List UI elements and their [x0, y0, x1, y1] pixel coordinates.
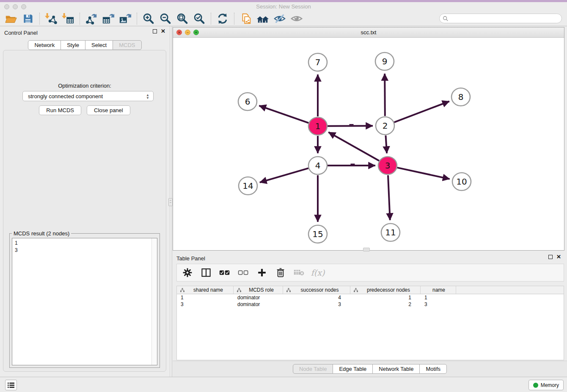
graph-edge-1-6[interactable] — [259, 106, 308, 123]
table-cell[interactable]: 3 — [283, 301, 350, 308]
mcds-result-text[interactable]: 1 3 — [12, 238, 157, 365]
select-all-button[interactable] — [218, 266, 231, 279]
result-scrollbar[interactable] — [151, 238, 157, 365]
hide-selected-button[interactable] — [271, 12, 288, 25]
open-folder-icon — [5, 12, 17, 25]
table-row[interactable]: 1dominator411 — [177, 294, 564, 301]
graph-edge-2-9[interactable] — [385, 74, 385, 116]
zoom-fit-button[interactable] — [174, 12, 191, 25]
open-session-button[interactable] — [3, 12, 19, 25]
column-header-name[interactable]: name — [421, 286, 456, 294]
dropdown-stepper-icon: ▲▼ — [145, 93, 151, 100]
table-cell[interactable]: 1 — [177, 294, 234, 301]
save-session-button[interactable] — [19, 12, 36, 25]
toggle-columns-button[interactable] — [200, 266, 212, 279]
column-header-shared-name[interactable]: shared name — [177, 286, 234, 294]
graph-edge-4-14[interactable] — [260, 168, 308, 182]
table-cell[interactable]: 3 — [421, 301, 456, 308]
criterion-dropdown[interactable]: strongly connected component ▲▼ — [22, 91, 154, 101]
graph-node-6[interactable]: 6 — [238, 93, 257, 110]
panel-divider-grip[interactable] — [168, 198, 173, 206]
graph-edge-3-11[interactable] — [388, 175, 390, 220]
search-input[interactable] — [449, 15, 561, 22]
network-canvas-svg[interactable]: 7968124314101511 — [173, 38, 564, 250]
import-network-button[interactable] — [43, 12, 60, 25]
zoom-out-button[interactable] — [157, 12, 174, 25]
network-window-title: scc.txt — [173, 29, 564, 36]
zoom-in-button[interactable] — [140, 12, 157, 25]
close-panel-icon[interactable]: ✕ — [161, 29, 165, 33]
graph-node-4[interactable]: 4 — [308, 157, 327, 174]
eye-icon — [290, 12, 303, 25]
control-panel: Control Panel ✕ NetworkStyleSelectMCDS O… — [0, 26, 170, 377]
node-table[interactable]: shared nameMCDS rolesuccessor nodesprede… — [176, 286, 564, 360]
tab-network[interactable]: Network — [28, 40, 61, 50]
export-network-button[interactable] — [83, 12, 100, 25]
table-row[interactable]: 3dominator323 — [177, 301, 564, 308]
graph-edge-1-2[interactable] — [328, 126, 373, 126]
run-mcds-button[interactable]: Run MCDS — [39, 105, 81, 115]
graph-node-11[interactable]: 11 — [381, 224, 400, 241]
float-table-panel-icon[interactable] — [548, 255, 553, 259]
network-window-titlebar[interactable]: ✕ − + scc.txt — [173, 28, 564, 38]
control-panel-title: Control Panel — [4, 30, 38, 36]
tab-motifs[interactable]: Motifs — [419, 364, 447, 374]
first-neighbors-button[interactable] — [254, 12, 271, 25]
graph-node-9[interactable]: 9 — [375, 52, 394, 70]
function-builder-button[interactable]: f(x) — [311, 266, 324, 279]
deselect-all-button[interactable] — [237, 266, 250, 279]
task-history-button[interactable] — [5, 380, 17, 390]
close-table-panel-icon[interactable]: ✕ — [556, 255, 561, 259]
unchecked-boxes-icon — [238, 269, 249, 276]
refresh-icon — [217, 13, 228, 25]
delete-table-button[interactable] — [293, 266, 306, 279]
close-panel-button[interactable]: Close panel — [87, 105, 130, 115]
horizontal-divider-grip[interactable] — [363, 248, 370, 251]
show-all-button[interactable] — [288, 12, 305, 25]
table-header-row: shared nameMCDS rolesuccessor nodesprede… — [177, 286, 564, 294]
table-cell[interactable]: 4 — [283, 294, 350, 301]
tab-edge-table[interactable]: Edge Table — [333, 364, 373, 374]
column-header-successor-nodes[interactable]: successor nodes — [283, 286, 350, 294]
graph-edge-3-10[interactable] — [397, 168, 449, 179]
tab-style[interactable]: Style — [61, 40, 85, 50]
graph-node-1[interactable]: 1 — [308, 117, 327, 135]
import-table-button[interactable] — [60, 12, 77, 25]
delete-row-button[interactable] — [274, 266, 287, 279]
table-cell[interactable]: 3 — [177, 301, 234, 308]
add-row-button[interactable] — [256, 266, 268, 279]
export-table-button[interactable] — [100, 12, 117, 25]
tab-mcds[interactable]: MCDS — [113, 40, 141, 50]
tab-network-table[interactable]: Network Table — [372, 364, 420, 374]
table-cell[interactable]: dominator — [234, 301, 283, 308]
column-header-mcds-role[interactable]: MCDS role — [234, 286, 283, 294]
memory-button[interactable]: Memory — [528, 380, 564, 390]
search-box[interactable] — [439, 14, 562, 23]
table-cell[interactable]: 1 — [350, 294, 421, 301]
graph-node-8[interactable]: 8 — [451, 88, 470, 106]
graph-edge-2-3[interactable] — [385, 135, 387, 153]
table-tabs-bar: Node TableEdge TableNetwork TableMotifs — [173, 361, 567, 377]
graph-node-15[interactable]: 15 — [308, 225, 327, 243]
float-panel-icon[interactable] — [153, 29, 157, 33]
graph-edge-2-8[interactable] — [394, 101, 449, 122]
export-image-button[interactable] — [117, 12, 134, 25]
graph-edge-3-1[interactable] — [328, 132, 379, 160]
column-header-predecessor-nodes[interactable]: predecessor nodes — [350, 286, 421, 294]
graph-node-10[interactable]: 10 — [452, 173, 471, 190]
table-cell[interactable]: 1 — [421, 294, 456, 301]
table-cell[interactable]: dominator — [234, 294, 283, 301]
graph-node-7[interactable]: 7 — [308, 53, 327, 71]
tab-node-table[interactable]: Node Table — [293, 364, 333, 374]
table-settings-button[interactable] — [181, 266, 194, 279]
table-cell[interactable]: 2 — [350, 301, 421, 308]
zoom-selected-button[interactable] — [191, 12, 208, 25]
graph-node-2[interactable]: 2 — [376, 117, 394, 135]
mcds-result-group: MCDS result (2 nodes) 1 3 — [9, 233, 160, 368]
copy-network-view-button[interactable] — [237, 12, 254, 25]
table-panel-header: Table Panel ✕ — [173, 252, 567, 263]
tab-select[interactable]: Select — [85, 40, 113, 50]
graph-node-14[interactable]: 14 — [239, 177, 257, 195]
graph-node-3[interactable]: 3 — [378, 157, 397, 174]
refresh-button[interactable] — [214, 12, 231, 25]
